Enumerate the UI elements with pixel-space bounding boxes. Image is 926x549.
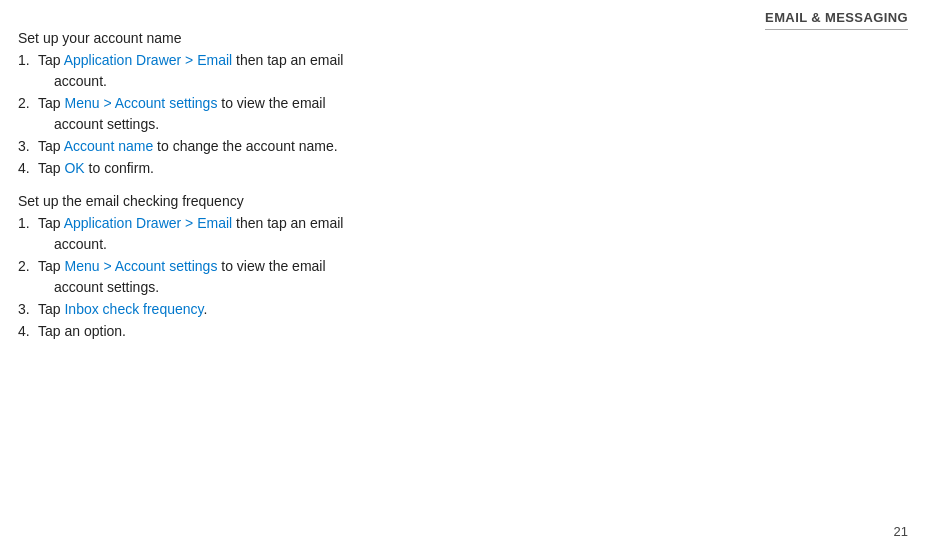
step-num: 1. (18, 50, 36, 71)
step-num: 3. (18, 136, 36, 157)
step-text: Tap Menu > Account settings to view the … (36, 93, 908, 114)
section1-title: Set up your account name (18, 30, 908, 46)
step-2-1: 1. Tap Application Drawer > Email then t… (18, 213, 908, 255)
section-account-name: Set up your account name 1. Tap Applicat… (18, 30, 908, 179)
step-continuation: account. (18, 71, 908, 92)
step-2-2: 2. Tap Menu > Account settings to view t… (18, 256, 908, 298)
link-account-name: Account name (64, 138, 154, 154)
step-continuation: account settings. (18, 277, 908, 298)
step-2-4: 4. Tap an option. (18, 321, 908, 342)
link-menu-account-settings-2: Menu > Account settings (64, 258, 217, 274)
link-ok: OK (64, 160, 84, 176)
page-header: EMAIL & MESSAGING (765, 10, 908, 30)
link-app-drawer-email-1: Application Drawer > Email (64, 52, 232, 68)
step-text: Tap Inbox check frequency. (36, 299, 908, 320)
step-num: 2. (18, 93, 36, 114)
step-1-4: 4. Tap OK to confirm. (18, 158, 908, 179)
section2-title: Set up the email checking frequency (18, 193, 908, 209)
step-1-1: 1. Tap Application Drawer > Email then t… (18, 50, 908, 92)
step-continuation: account settings. (18, 114, 908, 135)
step-text: Tap Application Drawer > Email then tap … (36, 213, 908, 234)
link-inbox-check-frequency: Inbox check frequency (64, 301, 203, 317)
step-num: 3. (18, 299, 36, 320)
step-text: Tap Application Drawer > Email then tap … (36, 50, 908, 71)
step-1-3: 3. Tap Account name to change the accoun… (18, 136, 908, 157)
page-number: 21 (894, 524, 908, 539)
step-num: 1. (18, 213, 36, 234)
step-text: Tap an option. (36, 321, 908, 342)
step-continuation: account. (18, 234, 908, 255)
step-text: Tap Account name to change the account n… (36, 136, 908, 157)
step-num: 4. (18, 158, 36, 179)
step-1-2: 2. Tap Menu > Account settings to view t… (18, 93, 908, 135)
step-text: Tap Menu > Account settings to view the … (36, 256, 908, 277)
step-text: Tap OK to confirm. (36, 158, 908, 179)
link-app-drawer-email-2: Application Drawer > Email (64, 215, 232, 231)
step-num: 2. (18, 256, 36, 277)
section-check-frequency: Set up the email checking frequency 1. T… (18, 193, 908, 342)
step-num: 4. (18, 321, 36, 342)
link-menu-account-settings-1: Menu > Account settings (64, 95, 217, 111)
main-content: Set up your account name 1. Tap Applicat… (18, 30, 908, 519)
step-2-3: 3. Tap Inbox check frequency. (18, 299, 908, 320)
